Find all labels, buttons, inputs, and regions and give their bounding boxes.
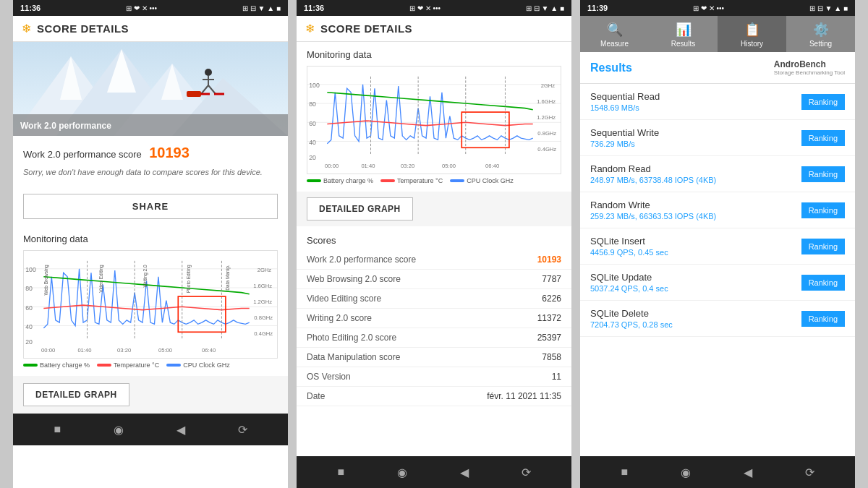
tab-results[interactable]: 📊Results xyxy=(649,16,718,52)
benchmark-row-3: Random Write259.23 MB/s, 66363.53 IOPS (… xyxy=(580,192,855,228)
benchmark-name-3: Random Write xyxy=(590,200,716,210)
score-row-label-6: OS Version xyxy=(307,372,351,382)
tab-icon-results: 📊 xyxy=(676,22,692,38)
panel-1: 11:36 ⊞ ❤ ✕ ••• ⊞ ⊟ ▼ ▲ ■ ❄ SCORE DETAIL… xyxy=(13,0,288,488)
legend-cpu-1: CPU Clock GHz xyxy=(166,361,230,369)
tab-setting[interactable]: ⚙️Setting xyxy=(786,16,855,52)
svg-point-9 xyxy=(205,69,212,76)
score-row-value-0: 10193 xyxy=(537,254,561,265)
benchmark-name-6: SQLite Delete xyxy=(590,308,673,319)
ranking-button-5[interactable]: Ranking xyxy=(801,275,845,291)
scores-table-title: Scores xyxy=(297,228,571,250)
legend-dot-battery-2 xyxy=(307,179,321,182)
ranking-button-2[interactable]: Ranking xyxy=(801,166,845,182)
score-row-label-2: Video Editing score xyxy=(307,294,381,304)
score-row-1: Web Browsing 2.0 score7787 xyxy=(297,270,571,289)
score-row-label-7: Date xyxy=(307,391,325,401)
legend-dot-temp xyxy=(97,364,111,367)
benchmark-value-5: 5037.24 QPS, 0.4 sec xyxy=(590,284,668,293)
svg-text:06:40: 06:40 xyxy=(485,163,499,169)
svg-text:0.4GHz: 0.4GHz xyxy=(537,146,556,153)
legend-cpu-2: CPU Clock GHz xyxy=(450,177,514,184)
score-row-4: Photo Editing 2.0 score25397 xyxy=(297,328,571,348)
benchmark-info-3: Random Write259.23 MB/s, 66363.53 IOPS (… xyxy=(590,200,716,221)
detailed-graph-button-2[interactable]: DETAILED GRAPH xyxy=(307,197,413,221)
legend-battery-2: Battery charge % xyxy=(307,177,373,184)
results-header: Results AndroBench Storage Benchmarking … xyxy=(580,52,855,84)
results-title: Results xyxy=(590,61,632,74)
legend-label-temp-2: Temperature °C xyxy=(397,177,443,184)
ranking-button-6[interactable]: Ranking xyxy=(801,311,845,327)
nav-home-icon-3[interactable]: ◉ xyxy=(681,466,691,479)
legend-dot-battery xyxy=(23,364,38,367)
benchmarks-container: Sequential Read1548.69 MB/sRankingSequen… xyxy=(580,84,855,456)
score-value-1: 10193 xyxy=(149,145,190,160)
svg-text:01:40: 01:40 xyxy=(77,347,91,354)
ranking-button-3[interactable]: Ranking xyxy=(801,202,845,218)
legend-dot-temp-2 xyxy=(380,179,395,182)
score-row-value-3: 11372 xyxy=(537,313,561,323)
nav-back-icon-1[interactable]: ◀ xyxy=(176,423,185,437)
status-time-1: 11:36 xyxy=(20,4,41,12)
status-right-2: ⊞ ⊟ ▼ ▲ ■ xyxy=(526,4,564,12)
detailed-graph-button-1[interactable]: DETAILED GRAPH xyxy=(23,383,129,406)
status-right-3: ⊞ ⊟ ▼ ▲ ■ xyxy=(809,4,848,12)
graph-svg-1: 100 80 60 40 20 2GHz 1.6GHz 1.2GHz 0.8GH… xyxy=(24,251,277,358)
score-row-value-4: 25397 xyxy=(537,333,561,343)
graph-container-1: 100 80 60 40 20 2GHz 1.6GHz 1.2GHz 0.8GH… xyxy=(23,250,278,359)
svg-text:20: 20 xyxy=(309,154,316,161)
legend-temp-2: Temperature °C xyxy=(380,177,443,184)
benchmark-row-0: Sequential Read1548.69 MB/sRanking xyxy=(580,84,855,120)
nav-recent-icon-3[interactable]: ⟳ xyxy=(805,466,814,479)
status-time-2: 11:36 xyxy=(304,4,324,12)
score-row-value-7: févr. 11 2021 11:35 xyxy=(487,391,561,401)
svg-text:60: 60 xyxy=(25,304,33,312)
nav-home-icon-2[interactable]: ◉ xyxy=(397,466,407,479)
svg-text:Data Manip.: Data Manip. xyxy=(225,265,231,291)
scores-rows-container: Work 2.0 performance score10193Web Brows… xyxy=(297,250,571,406)
score-row-2: Video Editing score6226 xyxy=(297,289,571,309)
score-row-label-1: Web Browsing 2.0 score xyxy=(307,274,401,284)
svg-text:60: 60 xyxy=(309,120,316,127)
benchmark-value-6: 7204.73 QPS, 0.28 sec xyxy=(590,320,673,329)
nav-stop-icon-1[interactable]: ■ xyxy=(54,423,61,436)
svg-text:03:20: 03:20 xyxy=(401,163,414,169)
benchmark-row-5: SQLite Update5037.24 QPS, 0.4 secRanking xyxy=(580,265,855,301)
nav-stop-icon-2[interactable]: ■ xyxy=(337,466,344,479)
ranking-button-4[interactable]: Ranking xyxy=(801,239,845,254)
benchmark-info-4: SQLite Insert4456.9 QPS, 0.45 sec xyxy=(590,236,668,257)
tab-history[interactable]: 📋History xyxy=(718,16,786,52)
nav-recent-icon-1[interactable]: ⟳ xyxy=(238,423,247,437)
graph-legend-2: Battery charge % Temperature °C CPU Cloc… xyxy=(307,177,561,184)
bottom-nav-1: ■ ◉ ◀ ⟳ xyxy=(13,414,288,445)
share-button-1[interactable]: SHARE xyxy=(23,194,278,219)
svg-text:40: 40 xyxy=(309,139,316,146)
app-title-1: SCORE DETAILS xyxy=(37,22,129,35)
benchmark-row-6: SQLite Delete7204.73 QPS, 0.28 secRankin… xyxy=(580,301,855,337)
nav-home-icon-1[interactable]: ◉ xyxy=(114,423,124,437)
score-row-5: Data Manipulation score7858 xyxy=(297,348,571,367)
bottom-nav-2: ■ ◉ ◀ ⟳ xyxy=(297,456,571,488)
nav-back-icon-3[interactable]: ◀ xyxy=(744,466,752,479)
benchmark-name-0: Sequential Read xyxy=(590,91,660,102)
nav-recent-icon-2[interactable]: ⟳ xyxy=(522,466,531,479)
score-row-label-3: Writing 2.0 score xyxy=(307,313,372,323)
ranking-button-1[interactable]: Ranking xyxy=(801,130,845,146)
ranking-button-0[interactable]: Ranking xyxy=(801,94,845,110)
monitoring-section-1: Monitoring data 100 80 60 40 20 2GHz 1.6… xyxy=(13,226,288,376)
graph-legend-1: Battery charge % Temperature °C CPU Cloc… xyxy=(23,361,278,369)
svg-text:0.8GHz: 0.8GHz xyxy=(537,130,556,137)
legend-label-cpu: CPU Clock GHz xyxy=(183,361,230,369)
benchmark-name-4: SQLite Insert xyxy=(590,236,668,247)
svg-text:40: 40 xyxy=(25,323,33,330)
scores-table: Scores Work 2.0 performance score10193We… xyxy=(297,228,571,406)
tab-icon-measure: 🔍 xyxy=(607,22,623,38)
score-row-value-1: 7787 xyxy=(542,274,561,284)
tab-measure[interactable]: 🔍Measure xyxy=(580,16,649,52)
benchmark-row-4: SQLite Insert4456.9 QPS, 0.45 secRanking xyxy=(580,228,855,265)
monitoring-title-2: Monitoring data xyxy=(307,49,561,60)
graph-container-2: 100 80 60 40 20 2GHz 1.6GHz 1.2GHz 0.8GH… xyxy=(307,66,561,174)
share-btn-wrap-1: SHARE xyxy=(13,187,288,226)
nav-stop-icon-3[interactable]: ■ xyxy=(621,466,628,479)
nav-back-icon-2[interactable]: ◀ xyxy=(460,466,469,479)
